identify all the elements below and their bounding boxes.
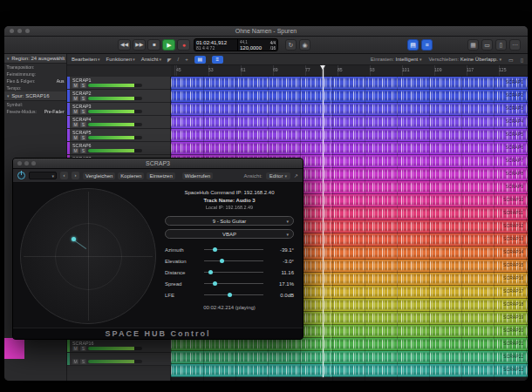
inspector-row[interactable]: Tempo: [4, 85, 66, 91]
library-button[interactable]: ▦ [467, 39, 479, 51]
track-lane[interactable]: SCRAP2 [171, 90, 528, 103]
zoom-h-icon[interactable]: ▭ [508, 57, 514, 63]
volume-slider[interactable] [88, 149, 142, 152]
track-header[interactable]: SCRAP4MS [67, 116, 170, 129]
slider-handle[interactable] [228, 293, 232, 297]
solo-button[interactable]: S [80, 122, 86, 127]
slider-handle[interactable] [213, 281, 217, 286]
volume-slider[interactable] [88, 360, 142, 363]
volume-slider[interactable] [88, 136, 142, 139]
track-header[interactable]: SCRAP3MS [67, 103, 170, 116]
toolbar-menu[interactable]: Ansicht▾ [141, 57, 161, 62]
solo-button[interactable]: S [80, 109, 86, 114]
mute-button[interactable]: M [72, 109, 78, 114]
track-lane[interactable]: SCRAP23 [171, 364, 528, 377]
previous-preset-button[interactable]: ‹ [60, 172, 68, 179]
record-button[interactable]: ● [177, 39, 190, 51]
plugin-minimize-button[interactable] [24, 161, 29, 166]
inspector-row[interactable]: Transposition: [4, 64, 66, 71]
add-track-icon[interactable]: + [185, 57, 188, 62]
solo-button[interactable]: S [80, 359, 86, 364]
source-position-handle[interactable] [72, 237, 76, 241]
parameter-slider[interactable] [204, 294, 263, 295]
next-preset-button[interactable]: › [72, 172, 79, 179]
drag-mode-dropdown[interactable]: Verschieben: Keine Überlapp. ▾ [428, 57, 501, 62]
more-button[interactable]: ⋯ [509, 39, 521, 51]
plugin-toolbar-button[interactable]: Vergleichen [83, 172, 115, 179]
slider-handle[interactable] [208, 270, 213, 274]
inspector-row[interactable]: Feinstimmung: [4, 71, 66, 78]
spatial-display[interactable] [13, 183, 160, 329]
zoom-v-icon[interactable]: ▯ [521, 57, 523, 63]
plugin-toolbar-button[interactable]: Einsetzen [147, 172, 174, 179]
mute-button[interactable]: M [72, 148, 78, 153]
spatial-circle[interactable] [20, 188, 156, 324]
plugin-close-button[interactable] [17, 161, 22, 166]
track-lane[interactable]: SCRAP3 [171, 103, 528, 116]
parameter-slider[interactable] [204, 249, 263, 250]
playhead[interactable] [323, 65, 324, 377]
inspector-button[interactable]: ▭ [481, 39, 493, 51]
inspector-section-title[interactable]: ▾ Spur: SCRAP16 [4, 91, 66, 101]
mute-button[interactable]: M [72, 122, 78, 127]
track-header[interactable]: SCRAP1MS [67, 77, 170, 90]
list-editors-button[interactable]: ≡ [421, 39, 433, 51]
solo-button[interactable]: S [80, 148, 86, 153]
inspector-row[interactable]: Flex & Folgen:Aus [4, 78, 66, 84]
solo-button[interactable]: S [80, 135, 86, 140]
pointer-tool-icon[interactable]: ◤ [167, 57, 172, 63]
forward-button[interactable]: ▶▶ [133, 39, 146, 51]
slider-handle[interactable] [213, 247, 217, 252]
parameter-slider[interactable] [204, 260, 263, 261]
mute-button[interactable]: M [72, 96, 78, 101]
parameter-slider[interactable] [204, 283, 263, 284]
toolbar-menu[interactable]: Bearbeiten▾ [72, 57, 100, 62]
track-lane[interactable]: SCRAP4 [171, 116, 528, 129]
mute-button[interactable]: M [72, 83, 78, 88]
volume-slider[interactable] [88, 97, 142, 100]
plugin-window[interactable]: SCRAP3 ▾ ‹ › VergleichenKopierenEinsetze… [12, 158, 304, 340]
track-header[interactable]: SCRAP2MS [67, 90, 170, 103]
lcd-display[interactable]: 01:02:41,912 81 4 4 72 44,1 120,0000 4/4… [194, 38, 278, 51]
solo-button[interactable]: S [80, 96, 86, 101]
pencil-tool-icon[interactable]: / [178, 57, 180, 62]
track-color-swatch[interactable] [4, 338, 24, 359]
snap-mode-dropdown[interactable]: Einrasten: Intelligent ▾ [371, 57, 422, 62]
volume-slider[interactable] [88, 347, 142, 350]
mute-button[interactable]: M [72, 346, 78, 351]
view-dropdown[interactable]: Editor ▾ [266, 172, 290, 179]
volume-slider[interactable] [88, 123, 142, 126]
parameter-slider[interactable] [204, 272, 263, 273]
plugin-dropdown[interactable]: 9 - Solo Guitar▾ [165, 216, 294, 226]
metronome-button[interactable]: ◉ [299, 39, 310, 51]
volume-slider[interactable] [88, 84, 142, 87]
toolbar-menu[interactable]: Funktionen▾ [106, 57, 135, 62]
plugin-titlebar[interactable]: SCRAP3 [13, 159, 303, 169]
slider-handle[interactable] [220, 259, 224, 263]
plugin-toolbar-button[interactable]: Kopieren [118, 172, 144, 179]
track-lane[interactable]: SCRAP5 [171, 129, 528, 142]
track-header[interactable]: SCRAP5MS [67, 129, 170, 142]
track-lane[interactable]: SCRAP1 [171, 77, 528, 90]
preset-dropdown[interactable]: ▾ [29, 172, 57, 179]
mixer-button[interactable]: ▤ [407, 39, 419, 51]
link-icon[interactable]: ↗ [294, 172, 298, 179]
play-button[interactable]: ▶ [162, 39, 175, 51]
toolbar-button[interactable]: ▯ [495, 39, 507, 51]
rewind-button[interactable]: ◀◀ [118, 39, 131, 51]
zoom-button[interactable] [25, 29, 30, 33]
track-header[interactable]: SCRAP16MS [67, 340, 171, 353]
window-titlebar[interactable]: Ohne Namen - Spuren [4, 26, 528, 37]
power-icon[interactable] [17, 172, 25, 179]
track-lane[interactable]: SCRAP22 [171, 351, 528, 364]
volume-slider[interactable] [88, 110, 142, 113]
plugin-dropdown[interactable]: VBAP▾ [165, 229, 294, 239]
close-button[interactable] [10, 29, 14, 33]
timeline-ruler[interactable]: 45536169778593101109117125 [171, 65, 528, 77]
solo-button[interactable]: S [80, 83, 86, 88]
stop-button[interactable]: ■ [147, 39, 160, 51]
track-alternatives-button[interactable]: ≡ [212, 56, 223, 64]
track-lane[interactable]: SCRAP6 [171, 142, 528, 155]
cycle-button[interactable]: ↻ [285, 39, 297, 51]
plugin-zoom-button[interactable] [31, 161, 36, 166]
